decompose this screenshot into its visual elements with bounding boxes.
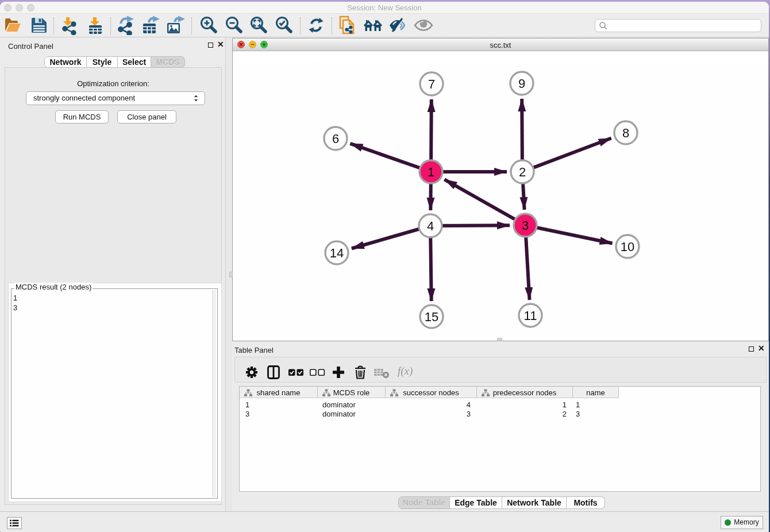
svg-text:2: 2 [519,165,526,179]
svg-text:7: 7 [428,77,435,91]
svg-text:9: 9 [518,76,525,91]
svg-text:4: 4 [427,219,434,233]
svg-text:14: 14 [330,246,344,260]
svg-text:3: 3 [522,218,529,233]
svg-text:15: 15 [425,310,438,324]
svg-text:8: 8 [622,126,629,140]
svg-text:1: 1 [428,165,434,179]
svg-text:10: 10 [621,240,634,254]
svg-text:6: 6 [332,132,339,146]
svg-text:11: 11 [524,309,537,323]
